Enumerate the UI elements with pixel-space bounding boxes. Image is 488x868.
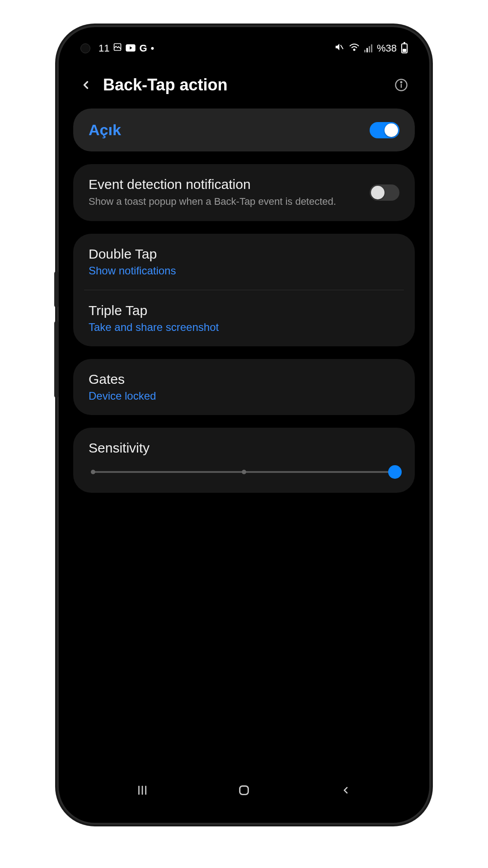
nav-recents-button[interactable] (124, 777, 160, 804)
page-title: Back-Tap action (103, 75, 383, 94)
svg-rect-10 (240, 786, 249, 795)
status-dot: • (151, 42, 155, 54)
sensitivity-card: Sensitivity (73, 428, 415, 493)
sensitivity-title: Sensitivity (89, 440, 399, 456)
event-detection-subtitle: Show a toast popup when a Back-Tap event… (89, 195, 361, 208)
event-detection-card: Event detection notification Show a toas… (73, 164, 415, 221)
event-detection-title: Event detection notification (89, 177, 361, 192)
svg-point-3 (353, 49, 355, 51)
triple-tap-value: Take and share screenshot (89, 321, 399, 334)
battery-icon (401, 43, 408, 53)
slider-thumb[interactable] (388, 465, 402, 479)
master-toggle-switch[interactable] (370, 122, 399, 138)
event-detection-switch[interactable] (370, 184, 399, 201)
master-toggle-card[interactable]: Açık (73, 108, 415, 151)
svg-point-6 (401, 82, 402, 83)
mute-icon (334, 42, 344, 55)
system-nav-bar (64, 772, 424, 817)
gallery-icon (113, 42, 122, 54)
back-button[interactable] (77, 76, 95, 94)
camera-hole (80, 43, 90, 53)
status-right: %38 (334, 42, 408, 55)
gates-row[interactable]: Gates Device locked (73, 359, 415, 415)
gates-value: Device locked (89, 390, 399, 402)
tap-actions-card: Double Tap Show notifications Triple Tap… (73, 234, 415, 346)
master-toggle-label: Açık (89, 121, 121, 139)
status-time: 11 (99, 42, 109, 54)
double-tap-row[interactable]: Double Tap Show notifications (73, 234, 415, 290)
app-header: Back-Tap action (64, 64, 424, 108)
nav-home-button[interactable] (226, 777, 262, 804)
gates-title: Gates (89, 372, 399, 387)
triple-tap-title: Triple Tap (89, 303, 399, 318)
info-button[interactable] (391, 75, 411, 95)
signal-icon (364, 44, 372, 52)
slider-tick (242, 470, 246, 474)
google-icon: G (139, 42, 147, 54)
slider-tick (91, 470, 95, 474)
gates-card: Gates Device locked (73, 359, 415, 415)
event-detection-row[interactable]: Event detection notification Show a toas… (73, 164, 415, 221)
status-bar: 11 G • %38 (64, 33, 424, 64)
svg-line-2 (341, 45, 343, 49)
battery-percent: %38 (377, 42, 397, 54)
sensitivity-slider[interactable] (93, 471, 395, 473)
triple-tap-row[interactable]: Triple Tap Take and share screenshot (73, 290, 415, 346)
nav-back-button[interactable] (328, 777, 364, 804)
youtube-icon (126, 42, 136, 54)
double-tap-value: Show notifications (89, 264, 399, 277)
status-left: 11 G • (80, 42, 154, 54)
double-tap-title: Double Tap (89, 246, 399, 262)
wifi-icon (349, 42, 360, 54)
